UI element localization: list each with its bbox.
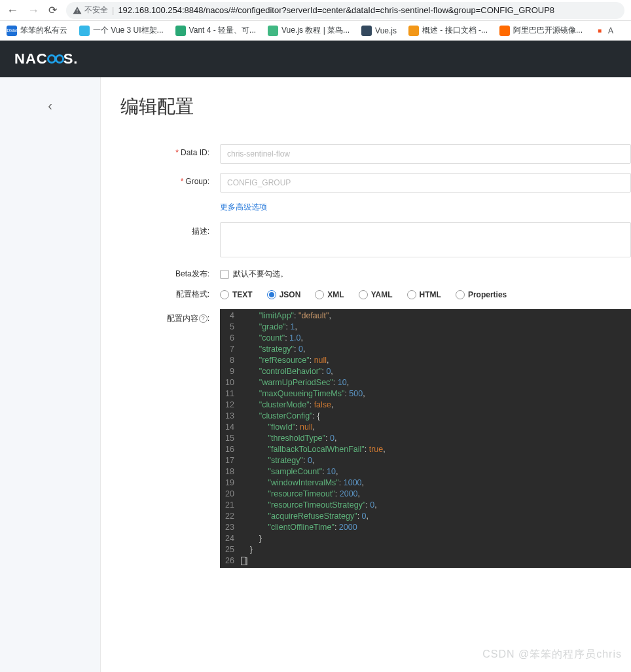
radio-icon	[220, 290, 229, 299]
bookmark-label: 阿里巴巴开源镜像...	[513, 25, 583, 36]
code-line: ]	[241, 555, 631, 567]
bookmark-label: Vue.js 教程 | 菜鸟...	[281, 25, 350, 36]
forward-button[interactable]: →	[27, 5, 39, 16]
reload-button[interactable]: ⟳	[48, 4, 57, 16]
format-option-html[interactable]: HTML	[407, 290, 441, 299]
input-desc[interactable]	[220, 222, 631, 257]
bookmark-item[interactable]: Vue.js 教程 | 菜鸟...	[268, 25, 350, 36]
back-button[interactable]: ←	[7, 5, 18, 16]
code-line: }	[241, 544, 631, 555]
code-line: "count": 1.0,	[241, 333, 631, 344]
bookmark-item[interactable]: Vant 4 - 轻量、可...	[175, 25, 256, 36]
format-option-properties[interactable]: Properties	[456, 290, 507, 299]
input-data-id[interactable]	[220, 144, 631, 164]
favicon-icon	[361, 26, 372, 36]
page-title: 编辑配置	[120, 94, 631, 119]
radio-label: XML	[327, 290, 344, 299]
bookmarks-bar: DSM笨笨的私有云一个 Vue 3 UI框架...Vant 4 - 轻量、可..…	[0, 21, 631, 41]
insecure-badge: 不安全	[73, 5, 108, 16]
sidebar: ‹	[0, 77, 101, 672]
code-line: "clusterMode": false,	[241, 400, 631, 411]
bookmark-label: Vue.js	[375, 26, 397, 35]
radio-label: Properties	[468, 290, 507, 299]
code-line: "flowId": null,	[241, 422, 631, 433]
favicon-icon	[268, 26, 278, 36]
radio-label: JSON	[279, 290, 301, 299]
more-options-link[interactable]: 更多高级选项	[220, 202, 267, 212]
main-layout: ‹ 编辑配置 *Data ID: *Group: 更多高级选项 描述: Beta…	[0, 77, 631, 672]
radio-icon	[456, 290, 465, 299]
radio-icon	[359, 290, 368, 299]
nacos-logo: NAC S.	[14, 50, 78, 67]
radio-icon	[407, 290, 416, 299]
warning-icon	[73, 6, 82, 15]
bookmark-item[interactable]: Vue.js	[361, 26, 397, 36]
label-format: 配置格式:	[120, 289, 220, 300]
beta-checkbox[interactable]	[220, 270, 229, 279]
code-line: "clientOfflineTime": 2000	[241, 522, 631, 533]
editor-gutter: 4567891011121314151617181920212223242526	[220, 309, 241, 568]
format-option-text[interactable]: TEXT	[220, 290, 253, 299]
row-content: 配置内容?: 456789101112131415161718192021222…	[120, 309, 631, 568]
editor-code[interactable]: "limitApp": "default", "grade": 1, "coun…	[241, 309, 631, 568]
label-content: 配置内容?:	[120, 309, 220, 324]
label-desc: 描述:	[120, 222, 220, 237]
row-desc: 描述:	[120, 222, 631, 259]
bookmark-item[interactable]: 概述 - 接口文档 -...	[408, 25, 488, 36]
code-line: "warmUpPeriodSec": 10,	[241, 377, 631, 388]
app-header: NAC S.	[0, 41, 631, 77]
radio-label: HTML	[420, 290, 441, 299]
bookmark-label: 概述 - 接口文档 -...	[422, 25, 488, 36]
format-option-yaml[interactable]: YAML	[359, 290, 393, 299]
radio-icon	[315, 290, 324, 299]
code-line: "resourceTimeout": 2000,	[241, 489, 631, 500]
favicon-icon	[79, 26, 90, 36]
format-radio-group: TEXTJSONXMLYAMLHTMLProperties	[220, 290, 631, 299]
code-line: "grade": 1,	[241, 322, 631, 333]
code-line: "fallbackToLocalWhenFail": true,	[241, 444, 631, 455]
bookmark-label: A	[608, 26, 613, 35]
label-group: *Group:	[120, 173, 220, 186]
bookmark-label: Vant 4 - 轻量、可...	[189, 25, 256, 36]
radio-label: TEXT	[232, 290, 253, 299]
url-text: 192.168.100.254:8848/nacos/#/configedito…	[118, 5, 554, 15]
code-line: "thresholdType": 0,	[241, 433, 631, 444]
code-line: "clusterConfig": {	[241, 411, 631, 422]
format-option-json[interactable]: JSON	[267, 290, 301, 299]
favicon-icon	[499, 26, 510, 36]
code-line: "sampleCount": 10,	[241, 466, 631, 477]
content-area: 编辑配置 *Data ID: *Group: 更多高级选项 描述: Beta发布…	[101, 77, 631, 672]
label-beta: Beta发布:	[120, 269, 220, 280]
bookmark-item[interactable]: DSM笨笨的私有云	[7, 25, 67, 36]
row-more: 更多高级选项	[120, 202, 631, 213]
bookmark-item[interactable]: ■A	[594, 26, 613, 36]
radio-icon	[267, 290, 276, 299]
row-data-id: *Data ID:	[120, 144, 631, 164]
code-line: }	[241, 533, 631, 544]
code-line: "maxQueueingTimeMs": 500,	[241, 388, 631, 400]
browser-toolbar: ← → ⟳ 不安全 | 192.168.100.254:8848/nacos/#…	[0, 0, 631, 21]
code-line: "strategy": 0,	[241, 455, 631, 466]
bookmark-label: 一个 Vue 3 UI框架...	[93, 25, 164, 36]
format-option-xml[interactable]: XML	[315, 290, 344, 299]
help-icon[interactable]: ?	[199, 314, 207, 323]
bookmark-item[interactable]: 一个 Vue 3 UI框架...	[79, 25, 164, 36]
logo-text-suffix: S.	[63, 50, 79, 67]
code-line: "acquireRefuseStrategy": 0,	[241, 511, 631, 522]
input-group[interactable]	[220, 173, 631, 193]
favicon-icon	[408, 26, 419, 36]
bookmark-item[interactable]: 阿里巴巴开源镜像...	[499, 25, 583, 36]
bookmark-label: 笨笨的私有云	[20, 25, 67, 36]
address-bar[interactable]: 不安全 | 192.168.100.254:8848/nacos/#/confi…	[66, 2, 624, 19]
sidebar-back-button[interactable]: ‹	[0, 98, 100, 113]
code-line: "limitApp": "default",	[241, 310, 631, 322]
favicon-icon: DSM	[7, 26, 17, 36]
code-editor[interactable]: 4567891011121314151617181920212223242526…	[220, 309, 631, 568]
code-line: "refResource": null,	[241, 355, 631, 366]
logo-text-prefix: NAC	[14, 50, 48, 67]
favicon-icon	[175, 26, 186, 36]
label-data-id: *Data ID:	[120, 144, 220, 157]
insecure-label: 不安全	[84, 5, 108, 16]
logo-rings-icon	[48, 54, 63, 64]
code-line: "windowIntervalMs": 1000,	[241, 477, 631, 489]
